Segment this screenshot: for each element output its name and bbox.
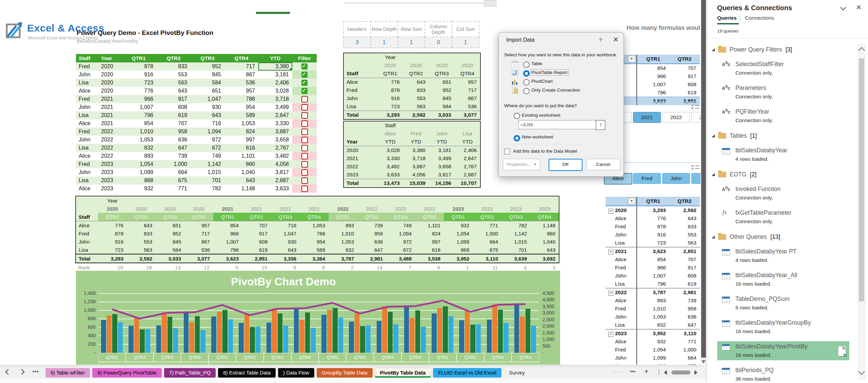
pivotby-chart[interactable]: PivotBy Chart Demo -2004006008001,0001,2… [76,271,560,365]
cell-qtr-value[interactable]: 643 [157,87,191,95]
cell-qtr-value[interactable]: 707 [157,119,191,128]
cell-ytd[interactable]: 3,380 [258,62,292,71]
expand-arrow-icon[interactable] [712,134,715,137]
slicer-button-2021[interactable]: 2021 [633,112,661,123]
cell-qtr-value[interactable]: 608 [157,103,191,111]
option-radio[interactable] [523,61,530,68]
query-group-tables[interactable]: Tables[1] [712,131,849,140]
query-name[interactable]: SelectedStaffFilter [735,60,849,69]
dialog-help-button[interactable]: ? [599,37,602,43]
cell-year[interactable]: 2020 [98,71,121,79]
multiselect-icon[interactable] [691,104,700,111]
filter-checkbox[interactable] [301,104,308,111]
cell-staff[interactable]: Fred [76,160,98,168]
cell-qtr-value[interactable]: 672 [191,144,224,152]
cell-qtr-value[interactable]: 957 [224,87,258,95]
tab-scroll-left-icon[interactable] [664,370,667,375]
cell-qtr-value[interactable]: 878 [121,62,157,71]
sheet-tab-5-table-wfilter[interactable]: 5) Table wFilter [45,368,90,378]
cell-ytd[interactable]: 3,499 [258,103,292,111]
cell-ytd[interactable]: 3,482 [258,152,292,160]
query-name[interactable]: tblSalesDatabyYear_All [735,271,849,280]
cell-qtr-value[interactable]: 930 [191,103,224,111]
pivot-col-header[interactable]: QTR1 [637,55,669,64]
tab-scrollbar-thumb[interactable] [671,370,690,375]
cell-year[interactable]: 2022 [98,128,121,136]
option-label[interactable]: PivotChart [531,79,553,84]
col-header-qtr2[interactable]: QTR2 [157,54,191,62]
cell-staff[interactable]: Fred [76,95,98,103]
properties-button[interactable]: Properties... [503,159,540,170]
cell-qtr-value[interactable]: 701 [191,176,224,185]
sheet-tab-groupby-table-data[interactable]: GroupBy Table Data [317,368,373,378]
cell-staff[interactable]: Lisa [76,79,98,87]
filter-checkbox[interactable] [301,63,308,70]
sheet-tab--data-flow[interactable]: ) Data Flow [278,368,314,378]
sheet-tab-fluid-excel-vs-old-excel[interactable]: FLUID Excel vs Old Excel [433,368,501,378]
slicer-button-john[interactable]: John [662,173,690,184]
query-name[interactable]: fxGetTableParameter [735,208,849,217]
cell-year[interactable]: 2020 [98,79,121,87]
panel-scrollbar-thumb[interactable] [859,58,864,301]
cell-qtr-value[interactable]: 1,094 [191,128,224,136]
cell-staff[interactable]: Lisa [76,176,98,185]
sheet-tab-8-extract-table-data[interactable]: 8) Extract Table Data [218,368,276,378]
pivot-col-header[interactable]: QTR2 [669,197,700,206]
tab-menu-icon[interactable]: ⋮ [656,368,662,375]
cell-qtr-value[interactable]: 997 [224,136,258,144]
scroll-up-icon[interactable] [858,47,865,54]
cell-ytd[interactable]: 3,181 [258,71,292,79]
col-header-qtr1[interactable]: QTR1 [121,54,157,62]
query-group-other-queries[interactable]: Other Queries[13] [712,232,849,242]
cell-staff[interactable]: Alice [76,119,98,128]
option-radio[interactable] [523,88,530,94]
filter-checkbox[interactable] [301,153,308,159]
query-name[interactable]: tblSalesDatabyYearGroupBy [735,318,849,327]
collapse-group-icon[interactable]: − [608,209,613,214]
cell-year[interactable]: 2022 [98,144,121,152]
cell-staff[interactable]: John [76,136,98,144]
cell-ytd[interactable]: 2,406 [258,79,292,87]
option-radio[interactable] [523,79,530,85]
stats-value-cell[interactable]: 1 [371,37,398,48]
cell-year[interactable]: 2023 [98,176,121,185]
cell-staff[interactable]: John [76,71,98,79]
query-item[interactable]: ABcParametersConnection only. [717,83,849,102]
cell-year[interactable]: 2023 [98,185,121,193]
cell-qtr-value[interactable]: 860 [224,160,258,168]
sheet-tab-pivotby-table-data[interactable]: PivotBy Table Data [375,368,431,378]
tab-scroll-right-icon[interactable] [694,370,697,375]
ok-button[interactable]: OK [549,159,583,171]
filter-checkbox[interactable] [301,88,308,94]
cell-qtr-value[interactable]: 643 [224,176,258,185]
scroll-down-icon[interactable] [858,368,865,375]
cell-year[interactable]: 2022 [98,136,121,144]
cell-staff[interactable]: Fred [76,62,98,71]
query-group-eotg[interactable]: EOTG[2] [712,170,849,179]
prev-sheet-icon[interactable] [5,369,11,375]
cell-qtr-value[interactable]: 868 [121,176,157,185]
filter-checkbox[interactable] [301,169,308,176]
slicer-button-2022[interactable]: 2022 [662,112,690,123]
pivot-group-label[interactable]: −2021 [606,247,637,256]
active-cell-fill-handle[interactable] [290,68,292,71]
query-item[interactable]: TableDemo_PQSum5 rows loaded. [717,294,849,313]
query-name[interactable]: tblSalesDatabyYear [735,146,849,155]
pivot-group-label[interactable]: −2020 [606,206,637,214]
filter-checkbox[interactable] [301,80,308,86]
cell-year[interactable]: 2021 [98,103,121,111]
cell-qtr-value[interactable]: 553 [157,71,191,79]
cell-qtr-value[interactable]: 643 [191,111,224,119]
cell-qtr-value[interactable]: 1,053 [121,136,157,144]
query-item[interactable]: tblSalesDatabyYear4 rows loaded. [717,145,849,164]
slicer-button-fred[interactable]: Fred [633,173,661,184]
cell-staff[interactable]: John [76,103,98,111]
cell-year[interactable]: 2021 [98,111,121,119]
cell-ytd[interactable]: 3,330 [258,119,292,128]
filter-checkbox[interactable] [301,145,308,151]
cell-qtr-value[interactable]: 782 [191,185,224,193]
tab-connections[interactable]: Connections [745,15,774,21]
scroll-down-icon[interactable] [702,360,706,363]
sheet-tab-7-path-table-pq[interactable]: 7) Path_Table_PQ [164,368,216,378]
existing-ref-input[interactable] [518,120,596,129]
